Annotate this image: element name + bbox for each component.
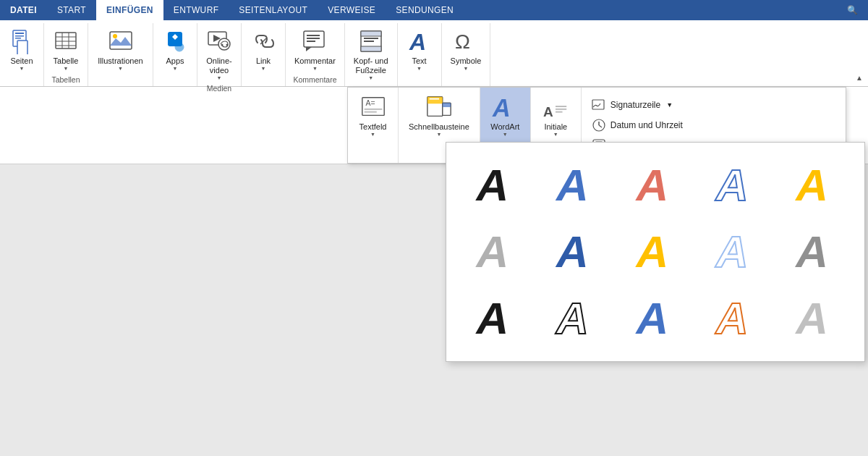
btn-link-arrow: ▼ <box>261 66 266 71</box>
gallery-item-wa7[interactable]: A <box>537 221 607 283</box>
tab-einfuegen[interactable]: EINFÜGEN <box>96 0 163 20</box>
svg-text:A=: A= <box>365 99 375 107</box>
group-links-groupname <box>246 83 281 86</box>
svg-rect-37 <box>364 111 376 113</box>
gallery-item-wa13[interactable]: A <box>618 287 687 350</box>
group-apps-groupname <box>158 83 192 86</box>
gallery-letter-wa13: A <box>636 296 668 341</box>
gallery-item-wa6[interactable]: A <box>458 221 527 283</box>
gallery-letter-wa14: A <box>716 296 749 341</box>
btn-symbole[interactable]: Ω Symbole ▼ <box>446 26 486 73</box>
svg-rect-28 <box>361 31 381 36</box>
illustrationen-icon <box>108 28 134 54</box>
group-illustrationen: Illustrationen ▼ <box>88 23 153 86</box>
sub-btn-schnellbausteine[interactable]: Schnellbausteine ▼ <box>404 90 474 140</box>
sub-btn-initiale-arrow: ▼ <box>553 132 558 137</box>
svg-point-13 <box>113 34 117 38</box>
group-tabellen-groupname: Tabellen <box>48 74 83 86</box>
gallery-item-wa3[interactable]: A <box>618 154 687 216</box>
btn-text[interactable]: A Text ▼ <box>402 26 437 73</box>
gallery-letter-wa11: A <box>477 296 509 341</box>
btn-text-label: Text <box>412 56 426 66</box>
svg-rect-25 <box>307 41 315 42</box>
gallery-item-wa1[interactable]: A <box>458 154 527 216</box>
ribbon-content-row: Seiten ▼ Tabelle <box>0 20 868 87</box>
kommentar-icon <box>302 28 328 54</box>
tab-seitenlayout[interactable]: SEITENLAYOUT <box>229 0 318 20</box>
btn-seiten[interactable]: Seiten ▼ <box>4 26 39 73</box>
group-text-groupname <box>402 83 437 86</box>
btn-online-video-label: Online- video <box>206 56 231 75</box>
svg-rect-11 <box>110 32 132 49</box>
gallery-item-wa14[interactable]: A <box>697 287 767 350</box>
gallery-item-wa12[interactable]: A <box>537 287 607 350</box>
btn-kommentar[interactable]: Kommentar ▼ <box>290 26 340 73</box>
btn-tabelle-arrow: ▼ <box>64 66 69 71</box>
btn-online-video-arrow: ▼ <box>217 75 222 80</box>
group-tabellen: Tabelle ▼ Tabellen <box>44 23 88 86</box>
group-medien-groupname: Medien <box>202 83 237 95</box>
wordart-gallery: A A A A A A A A A A A <box>446 142 865 362</box>
btn-illustrationen[interactable]: Illustrationen ▼ <box>93 26 147 73</box>
sub-btn-wordart[interactable]: A WordArt ▼ <box>486 90 524 140</box>
gallery-letter-wa10: A <box>796 229 828 274</box>
gallery-item-wa2[interactable]: A <box>537 154 607 216</box>
tab-verweise[interactable]: VERWEISE <box>318 0 386 20</box>
tab-bar: DATEI START EINFÜGEN ENTWURF SEITENLAYOU… <box>0 0 868 20</box>
sub-item-signaturzeile[interactable]: Signaturzeile ▼ <box>589 96 838 114</box>
svg-point-19 <box>221 44 224 46</box>
group-apps: Apps ▼ <box>153 23 197 86</box>
tab-entwurf[interactable]: ENTWURF <box>163 0 229 20</box>
gallery-item-wa5[interactable]: A <box>778 154 847 216</box>
btn-online-video[interactable]: Online- video ▼ <box>202 26 237 83</box>
btn-illustrationen-label: Illustrationen <box>98 56 142 66</box>
sub-btn-initiale[interactable]: A Initiale ▼ <box>537 90 574 140</box>
sub-item-datum-uhrzeit-label: Datum und Uhrzeit <box>610 120 683 130</box>
svg-rect-2 <box>15 35 24 37</box>
gallery-item-wa11[interactable]: A <box>458 287 527 350</box>
group-kommentare-items: Kommentar ▼ <box>290 23 340 74</box>
sub-group-textfeld-items: A= Textfeld ▼ <box>354 88 392 163</box>
group-illustrationen-items: Illustrationen ▼ <box>93 23 147 83</box>
group-kommentare-groupname: Kommentare <box>290 74 340 86</box>
btn-tabelle[interactable]: Tabelle ▼ <box>48 26 83 73</box>
gallery-grid: A A A A A A A A A A A <box>458 154 853 350</box>
svg-text:A: A <box>492 94 511 121</box>
svg-rect-29 <box>361 46 381 51</box>
textfeld-icon: A= <box>359 93 387 121</box>
sub-btn-initiale-label: Initiale <box>544 122 567 132</box>
svg-rect-31 <box>364 41 374 42</box>
group-tabellen-items: Tabelle ▼ <box>48 23 83 74</box>
btn-kopf-fusszeile-label: Kopf- und Fußzeile <box>354 56 388 75</box>
sub-item-signaturzeile-arrow: ▼ <box>666 101 673 109</box>
tab-start[interactable]: START <box>47 0 96 20</box>
tab-datei[interactable]: DATEI <box>0 0 47 20</box>
tab-search[interactable]: 🔍 <box>837 0 868 20</box>
group-text-items: A Text ▼ <box>402 23 437 83</box>
btn-kopf-fusszeile[interactable]: Kopf- und Fußzeile ▼ <box>349 26 393 83</box>
svg-point-15 <box>175 43 184 51</box>
svg-point-20 <box>226 44 229 46</box>
svg-rect-47 <box>556 111 563 113</box>
svg-rect-4 <box>17 41 27 54</box>
gallery-item-wa10[interactable]: A <box>778 221 847 283</box>
btn-symbole-arrow: ▼ <box>463 66 468 71</box>
btn-link[interactable]: Link ▼ <box>246 26 281 73</box>
group-symbole: Ω Symbole ▼ <box>442 23 491 86</box>
gallery-item-wa15[interactable]: A <box>778 287 847 350</box>
group-symbole-groupname <box>446 83 486 86</box>
group-kopfzeile-groupname <box>349 83 393 86</box>
gallery-item-wa8[interactable]: A <box>618 221 687 283</box>
svg-rect-3 <box>15 38 21 39</box>
gallery-item-wa4[interactable]: A <box>697 154 767 216</box>
gallery-letter-wa2: A <box>556 163 589 208</box>
sub-btn-textfeld[interactable]: A= Textfeld ▼ <box>354 90 392 140</box>
tab-sendungen[interactable]: SENDUNGEN <box>386 0 464 20</box>
gallery-letter-wa12: A <box>556 296 589 341</box>
btn-seiten-label: Seiten <box>10 56 33 66</box>
btn-apps[interactable]: Apps ▼ <box>158 26 192 73</box>
gallery-item-wa9[interactable]: A <box>697 221 767 283</box>
ribbon-collapse-btn[interactable]: ▲ <box>854 72 865 83</box>
gallery-letter-wa6: A <box>477 229 509 274</box>
sub-item-datum-uhrzeit[interactable]: Datum und Uhrzeit <box>589 117 838 134</box>
